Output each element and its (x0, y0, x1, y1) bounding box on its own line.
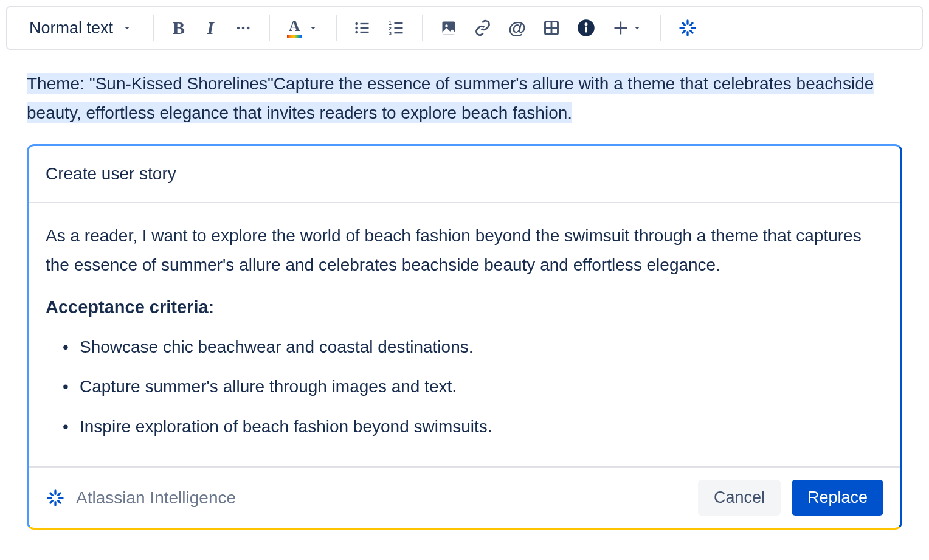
ai-sparkle-icon (46, 488, 65, 508)
svg-line-38 (58, 493, 60, 495)
italic-button[interactable]: I (196, 13, 225, 43)
bullet-list-button[interactable] (347, 13, 378, 43)
ai-result-paragraph: As a reader, I want to explore the world… (46, 221, 883, 279)
svg-point-16 (445, 24, 448, 27)
text-style-dropdown[interactable]: Normal text (18, 13, 143, 43)
svg-text:3: 3 (389, 31, 392, 36)
svg-point-5 (355, 27, 358, 30)
svg-line-30 (691, 23, 692, 25)
ai-result-panel: Create user story As a reader, I want to… (27, 144, 902, 530)
ai-sparkle-icon (678, 18, 697, 38)
ai-footer-label: Atlassian Intelligence (76, 488, 236, 508)
ai-panel-body: As a reader, I want to explore the world… (29, 203, 900, 466)
svg-rect-12 (395, 27, 403, 29)
chevron-down-icon (632, 22, 643, 33)
numbered-list-icon: 123 (388, 19, 405, 36)
svg-point-0 (237, 27, 240, 30)
selected-paragraph[interactable]: Theme: "Sun-Kissed Shorelines"Capture th… (27, 69, 902, 127)
svg-rect-14 (395, 32, 403, 33)
bold-button[interactable]: B (164, 13, 193, 43)
toolbar-separator (153, 15, 154, 41)
info-panel-button[interactable] (570, 13, 603, 43)
editor-toolbar: Normal text B I A 123 @ (6, 6, 923, 50)
mention-button[interactable]: @ (501, 13, 533, 43)
ai-assist-button[interactable] (671, 13, 705, 43)
svg-point-21 (585, 22, 588, 26)
acceptance-criteria-heading: Acceptance criteria: (46, 292, 883, 322)
bullet-list-icon (354, 19, 371, 36)
chevron-down-icon (308, 22, 319, 33)
toolbar-separator (422, 15, 423, 41)
svg-rect-10 (395, 22, 403, 24)
image-button[interactable] (433, 13, 464, 43)
mention-icon: @ (508, 18, 526, 38)
list-item: Showcase chic beachwear and coastal dest… (58, 333, 883, 362)
text-color-button[interactable]: A (280, 13, 326, 43)
svg-rect-6 (361, 27, 369, 29)
list-item: Inspire exploration of beach fashion bey… (58, 412, 883, 441)
link-icon (474, 19, 491, 36)
chevron-down-icon (122, 22, 133, 33)
plus-icon (612, 19, 629, 36)
info-icon (577, 19, 595, 37)
italic-icon: I (207, 18, 214, 38)
more-formatting-button[interactable] (227, 13, 259, 43)
acceptance-criteria-list: Showcase chic beachwear and coastal dest… (46, 333, 883, 441)
link-button[interactable] (467, 13, 499, 43)
selected-text-content: Theme: "Sun-Kissed Shorelines"Capture th… (27, 73, 874, 123)
list-item: Capture summer's allure through images a… (58, 372, 883, 401)
svg-point-7 (355, 31, 358, 34)
bold-icon: B (173, 18, 185, 38)
numbered-list-button[interactable]: 123 (381, 13, 412, 43)
ai-panel-footer: Atlassian Intelligence Cancel Replace (29, 466, 900, 528)
table-button[interactable] (536, 13, 567, 43)
svg-line-35 (50, 493, 52, 495)
text-color-icon: A (287, 18, 302, 38)
svg-line-36 (58, 501, 60, 503)
svg-line-37 (50, 501, 52, 503)
toolbar-separator (660, 15, 661, 41)
svg-line-28 (691, 31, 692, 33)
svg-rect-8 (361, 32, 369, 33)
toolbar-separator (336, 15, 337, 41)
ai-prompt-text: Create user story (46, 164, 176, 183)
svg-rect-4 (361, 23, 369, 24)
svg-line-29 (683, 31, 685, 33)
svg-point-3 (355, 22, 358, 26)
svg-line-27 (683, 23, 685, 25)
editor-content[interactable]: Theme: "Sun-Kissed Shorelines"Capture th… (6, 55, 923, 536)
svg-point-1 (242, 27, 245, 30)
table-icon (543, 19, 560, 36)
toolbar-separator (269, 15, 270, 41)
image-icon (440, 19, 457, 36)
more-icon (235, 19, 252, 36)
cancel-button[interactable]: Cancel (698, 480, 781, 516)
text-style-label: Normal text (29, 19, 113, 38)
replace-button[interactable]: Replace (792, 480, 883, 516)
insert-more-button[interactable] (605, 13, 650, 43)
ai-panel-header: Create user story (29, 146, 900, 203)
svg-point-2 (247, 27, 250, 30)
svg-rect-22 (585, 27, 587, 33)
